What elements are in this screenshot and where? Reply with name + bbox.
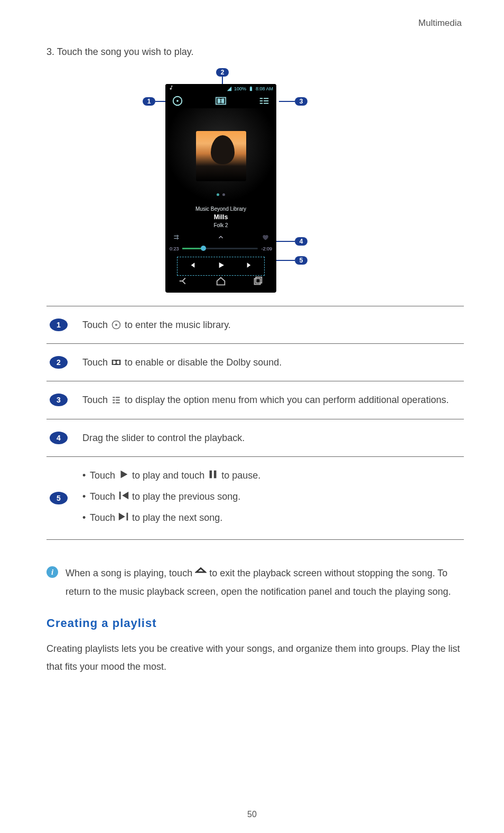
legend-1-pre: Touch <box>82 320 110 330</box>
callout-5-badge: 5 <box>295 256 307 265</box>
callout-3: 3 <box>279 97 307 106</box>
shuffle-icon[interactable] <box>173 233 180 242</box>
recent-nav-icon[interactable] <box>252 275 264 289</box>
player-small-row <box>165 232 276 243</box>
svg-rect-25 <box>127 513 128 521</box>
svg-rect-17 <box>116 397 120 399</box>
callout-4-badge: 4 <box>295 237 307 246</box>
song-title: Mills <box>165 213 276 222</box>
music-library-button[interactable] <box>172 95 183 107</box>
legend-2-post: to enable or disable the Dolby sound. <box>125 357 282 368</box>
page-header: Multimedia <box>418 18 462 29</box>
next-icon <box>118 511 129 522</box>
svg-rect-6 <box>264 98 268 99</box>
info-text-a: When a song is playing, touch <box>66 568 195 578</box>
favorite-icon[interactable] <box>262 233 269 242</box>
home-icon <box>195 566 207 578</box>
dolby-icon <box>110 357 122 368</box>
legend-row-2: 2 Touch to enable or disable the Dolby s… <box>46 343 464 381</box>
album-art-area <box>165 108 276 203</box>
music-notif-icon <box>169 85 174 91</box>
svg-rect-24 <box>119 492 121 500</box>
svg-rect-1 <box>250 86 251 87</box>
legend-row-1: 1 Touch to enter the music library. <box>46 306 464 343</box>
legend-row-3: 3 Touch to display the option menu from … <box>46 381 464 418</box>
callout-4: 4 <box>274 237 307 246</box>
player-toolbar <box>165 93 276 108</box>
callout-1-badge: 1 <box>143 97 155 106</box>
l5l3b: to play the next song. <box>132 512 222 523</box>
battery-icon <box>248 86 254 91</box>
svg-rect-7 <box>260 100 263 101</box>
info-icon: i <box>46 566 58 578</box>
album-label: Music Beyond Library <box>165 205 276 213</box>
svg-rect-18 <box>113 400 115 401</box>
android-nav-bar <box>165 272 276 293</box>
prev-button[interactable] <box>188 261 196 272</box>
l5l2b: to play the previous song. <box>132 491 240 502</box>
phone-screenshot-area: 2 1 3 4 5 100% <box>46 73 464 295</box>
legend-badge-3: 3 <box>50 394 68 406</box>
l5l1b: to play and touch <box>132 470 207 481</box>
seek-thumb[interactable] <box>201 246 206 251</box>
phone-mockup: 100% 8:08 AM <box>165 84 276 293</box>
legend-row-4: 4 Drag the slider to control the playbac… <box>46 419 464 456</box>
status-time: 8:08 AM <box>256 86 273 91</box>
svg-rect-5 <box>260 98 263 99</box>
svg-rect-19 <box>116 400 120 401</box>
l5l3a: Touch <box>90 512 118 523</box>
legend-row-5: 5 Touch to play and touch to pause. <box>46 456 464 540</box>
legend-badge-4: 4 <box>50 432 68 444</box>
signal-icon <box>227 86 232 91</box>
seek-bar[interactable] <box>182 248 258 249</box>
svg-rect-11 <box>255 278 260 284</box>
page-dot <box>222 193 225 196</box>
step-number: 3. <box>46 46 54 57</box>
artist-label: Folk 2 <box>165 222 276 229</box>
page-dot-active <box>217 193 219 196</box>
svg-rect-10 <box>264 103 268 104</box>
status-bar: 100% 8:08 AM <box>165 84 276 93</box>
options-menu-button[interactable] <box>258 95 270 107</box>
legend-5-line3: Touch to play the next song. <box>82 509 461 527</box>
dolby-button[interactable] <box>215 95 227 107</box>
play-button[interactable] <box>217 261 225 272</box>
next-button[interactable] <box>246 261 254 272</box>
seek-bar-row: 0:23 -2:09 <box>165 243 276 255</box>
play-icon <box>118 469 129 480</box>
caret-up-icon[interactable] <box>217 233 225 242</box>
battery-level: 100% <box>234 86 246 91</box>
legend-3-pre: Touch <box>82 395 110 405</box>
song-meta: Music Beyond Library Mills Folk 2 <box>165 205 276 229</box>
l5l1a: Touch <box>90 470 118 481</box>
legend-5-line1: Touch to play and touch to pause. <box>82 466 461 484</box>
remaining-time: -2:09 <box>261 246 272 251</box>
section-body: Creating playlists lets you be creative … <box>46 640 464 676</box>
elapsed-time: 0:23 <box>170 246 179 251</box>
album-art <box>196 131 246 181</box>
back-nav-icon[interactable] <box>178 275 190 289</box>
svg-rect-20 <box>113 403 115 404</box>
section-heading: Creating a playlist <box>46 616 464 630</box>
svg-rect-16 <box>113 397 115 399</box>
step-text: Touch the song you wish to play. <box>57 46 194 57</box>
menu-icon <box>110 394 122 406</box>
info-block: i When a song is playing, touch to exit … <box>46 564 464 600</box>
legend-badge-1: 1 <box>50 319 68 331</box>
svg-rect-12 <box>256 277 262 283</box>
svg-rect-21 <box>116 403 120 404</box>
previous-icon <box>118 490 129 501</box>
legend-1-post: to enter the music library. <box>125 320 231 330</box>
svg-rect-0 <box>250 87 252 91</box>
legend-2-pre: Touch <box>82 357 110 368</box>
step-line: 3. Touch the song you wish to play. <box>46 46 464 58</box>
l5l1c: to pause. <box>221 470 260 481</box>
callout-3-badge: 3 <box>295 97 307 106</box>
legend-badge-2: 2 <box>50 356 68 369</box>
library-icon <box>110 319 122 331</box>
page-number: 50 <box>0 810 504 819</box>
home-nav-icon[interactable] <box>215 275 227 289</box>
legend-table: 1 Touch to enter the music library. 2 To… <box>46 306 464 540</box>
legend-4-text: Drag the slider to control the playback. <box>82 429 461 447</box>
svg-rect-8 <box>264 100 268 101</box>
